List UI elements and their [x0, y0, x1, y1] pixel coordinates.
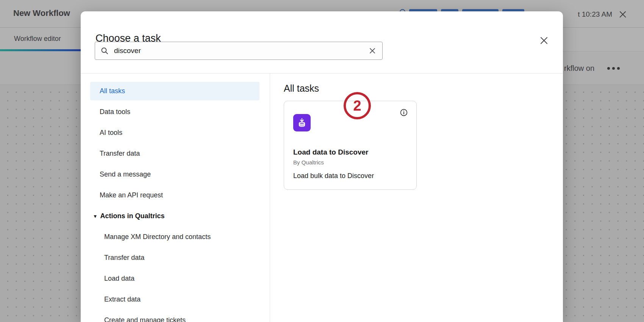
choose-task-modal: Choose a task All tasks Data tools AI to… — [81, 11, 563, 322]
sidebar-item-send-a-message[interactable]: Send a message — [90, 165, 259, 184]
search-icon — [100, 47, 109, 55]
sidebar-item-create-and-manage-tickets[interactable]: Create and manage tickets — [90, 311, 259, 322]
task-card-title: Load data to Discover — [293, 148, 407, 156]
task-search-box — [95, 42, 383, 60]
results-heading: All tasks — [284, 83, 563, 94]
sidebar-item-data-tools[interactable]: Data tools — [90, 103, 259, 121]
step-number: 2 — [353, 98, 361, 114]
tutorial-step-badge: 2 — [344, 92, 371, 119]
sidebar-item-load-data[interactable]: Load data — [90, 269, 259, 288]
task-card-description: Load bulk data to Discover — [293, 172, 407, 180]
sidebar-item-all-tasks[interactable]: All tasks — [90, 82, 259, 100]
search-input[interactable] — [114, 47, 368, 55]
info-icon[interactable] — [399, 108, 409, 118]
sidebar-item-make-an-api-request[interactable]: Make an API request — [90, 186, 259, 205]
task-category-sidebar: All tasks Data tools AI tools Transfer d… — [81, 73, 270, 322]
sidebar-group-actions-in-qualtrics[interactable]: ▾ Actions in Qualtrics — [90, 207, 259, 225]
task-results-panel: All tasks — [270, 73, 563, 322]
sidebar-item-extract-data[interactable]: Extract data — [90, 290, 259, 309]
clear-search-icon[interactable] — [368, 46, 377, 55]
sidebar-item-manage-xm-directory[interactable]: Manage XM Directory and contacts — [90, 228, 259, 246]
close-icon[interactable] — [536, 33, 552, 48]
sidebar-item-transfer-data[interactable]: Transfer data — [90, 144, 259, 163]
screen: New Workflow t 10:23 AM Workflow editor … — [0, 0, 644, 322]
chevron-down-icon: ▾ — [94, 213, 97, 219]
load-data-to-discover-icon — [293, 114, 311, 131]
sidebar-item-ai-tools[interactable]: AI tools — [90, 123, 259, 142]
task-card-byline: By Qualtrics — [293, 159, 407, 166]
sidebar-item-transfer-data-sub[interactable]: Transfer data — [90, 249, 259, 267]
